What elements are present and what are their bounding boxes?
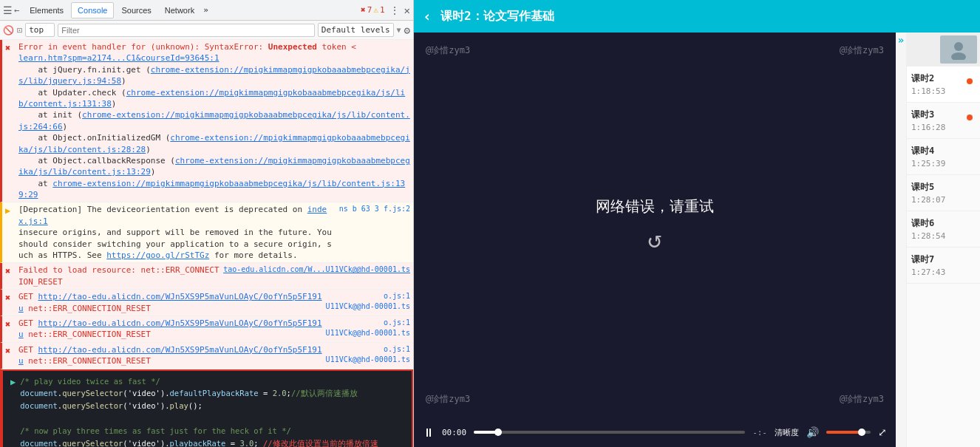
tab-sources[interactable]: Sources xyxy=(115,3,157,18)
tab-elements[interactable]: Elements xyxy=(24,3,69,18)
error-count: 7 xyxy=(367,5,372,15)
lesson-item-4[interactable]: 课时4 1:25:39 xyxy=(907,139,980,175)
lesson-item-3[interactable]: 课时3 1:16:28 xyxy=(907,103,980,139)
lesson-item-6[interactable]: 课时6 1:28:54 xyxy=(907,211,980,248)
clear-console-icon[interactable]: 🚫 xyxy=(3,25,14,35)
error-content-3: GET http://tao-edu.alicdn.com/WJn5XS9P5m… xyxy=(18,291,323,314)
time-current: 00:00 xyxy=(442,428,466,437)
video-area: @珍惜zym3 @珍惜zym3 @珍惜zym3 @珍惜zym3 网络错误，请重试… xyxy=(414,33,896,447)
code-expand-icon[interactable]: ▶ xyxy=(10,377,16,387)
error-source-5: o.js:1 U11VCk@@hd-00001.ts xyxy=(326,344,410,365)
error-message: 网络错误，请重试 xyxy=(596,197,714,216)
console-target-selector[interactable]: top xyxy=(25,23,55,37)
lesson-item-2[interactable]: 课时2 1:18:53 xyxy=(907,66,980,103)
more-tabs-icon[interactable]: » xyxy=(203,5,208,15)
error-source-3: o.js:1 U11VCk@@hd-00001.ts xyxy=(326,291,410,312)
lesson-3-name: 课时3 xyxy=(911,109,934,120)
levels-dropdown-icon[interactable]: ▼ xyxy=(397,26,401,34)
progress-fill xyxy=(474,431,496,434)
lesson-4-name: 课时4 xyxy=(911,145,976,157)
console-filter-bar: 🚫 ⊡ top Default levels ▼ ⚙ xyxy=(0,21,413,40)
lesson-list-header xyxy=(907,33,980,66)
lesson-item-5[interactable]: 课时5 1:28:07 xyxy=(907,175,980,211)
video-content: @珍惜zym3 @珍惜zym3 @珍惜zym3 @珍惜zym3 网络错误，请重试… xyxy=(414,33,980,447)
lesson-2-name: 课时2 xyxy=(911,73,934,83)
error-content-4: GET http://tao-edu.alicdn.com/WJn5XS9P5m… xyxy=(18,318,323,341)
content-link[interactable]: chrome-extension://mpigkimmapmgigpkobaaa… xyxy=(18,179,405,199)
console-settings-icon[interactable]: ⚙ xyxy=(404,24,410,36)
devtools-more-options-icon[interactable]: ⋮ xyxy=(389,4,400,16)
devtools-toolbar: ☰ ← Elements Console Sources Network » ✖… xyxy=(0,0,413,21)
time-separator: -:- xyxy=(752,428,767,437)
retry-button[interactable]: ↺ xyxy=(647,225,661,253)
lesson-list[interactable]: 课时2 1:18:53 课时3 1:16:28 课时4 1:25:39 xyxy=(906,33,980,447)
learn-link[interactable]: learn.htm?spm=a2174...C1&courseId=93645:… xyxy=(18,53,220,63)
warn-icon: ⚠ xyxy=(373,5,378,15)
console-filter-input[interactable] xyxy=(58,24,315,37)
log-levels-dropdown[interactable]: Default levels xyxy=(318,23,394,37)
video-error-overlay: 网络错误，请重试 ↺ xyxy=(596,197,714,253)
lesson-item-7[interactable]: 课时7 1:27:43 xyxy=(907,248,980,284)
ts-link-1[interactable]: tao-edu.alicdn.com/W...U11VCk@@hd-00001.… xyxy=(223,265,410,273)
progress-bar[interactable] xyxy=(474,431,745,434)
page-title: 课时2：论文写作基础 xyxy=(440,9,554,24)
console-error-1: ✖ Error in event handler for (unknown): … xyxy=(0,40,413,202)
warn-expand-icon[interactable]: ▶ xyxy=(5,205,16,217)
quality-button[interactable]: 清晰度 xyxy=(775,427,799,438)
watermark-top-left: @珍惜zym3 xyxy=(426,44,470,57)
volume-icon[interactable]: 🔊 xyxy=(806,426,819,438)
volume-bar[interactable] xyxy=(826,431,871,434)
lesson-4-duration: 1:25:39 xyxy=(911,159,976,168)
lesson-2-duration: 1:18:53 xyxy=(911,86,976,96)
console-messages[interactable]: ✖ Error in event handler for (unknown): … xyxy=(0,40,413,447)
ojs-link-1[interactable]: o.js:1 xyxy=(384,292,410,300)
error-content-5: GET http://tao-edu.alicdn.com/WJn5XS9P5m… xyxy=(18,344,323,367)
lesson-3-dot xyxy=(967,115,973,120)
ts-link-3[interactable]: U11VCk@@hd-00001.ts xyxy=(326,329,410,337)
lesson-5-duration: 1:28:07 xyxy=(911,195,976,205)
console-error-5: ✖ GET http://tao-edu.alicdn.com/WJn5XS9P… xyxy=(0,343,413,369)
error-icon-1: ✖ xyxy=(5,42,16,55)
lesson-5-name: 课时5 xyxy=(911,181,976,194)
error-source-4: o.js:1 U11VCk@@hd-00001.ts xyxy=(326,318,410,338)
devtools-panel: ☰ ← Elements Console Sources Network » ✖… xyxy=(0,0,414,447)
watermark-bottom-left: @珍惜zym3 xyxy=(426,393,470,406)
play-pause-button[interactable]: ⏸ xyxy=(423,426,435,440)
ts-link-4[interactable]: U11VCk@@hd-00001.ts xyxy=(326,355,410,364)
devtools-menu-icon[interactable]: ☰ xyxy=(3,4,13,16)
video-controls: ⏸ 00:00 -:- 清晰度 🔊 ⤢ xyxy=(414,417,896,447)
toolbar-right: ✖ 7 ⚠ 1 ⋮ ✕ xyxy=(361,4,410,16)
fullscreen-button[interactable]: ⤢ xyxy=(878,426,887,438)
error-content-2: Failed to load resource: net::ERR_CONNEC… xyxy=(18,265,220,287)
error-badge: ✖ 7 ⚠ 1 xyxy=(361,5,385,15)
warn-count: 1 xyxy=(380,5,385,15)
lesson-7-duration: 1:27:43 xyxy=(911,267,976,277)
goo-link[interactable]: https://goo.gl/rStTGz xyxy=(106,250,209,260)
lesson-2-dot xyxy=(967,78,973,84)
devtools-back-icon[interactable]: ← xyxy=(14,5,19,16)
filter-toggle-icon[interactable]: ⊡ xyxy=(17,25,22,35)
error-icon-5: ✖ xyxy=(5,345,16,358)
devtools-close-icon[interactable]: ✕ xyxy=(404,4,410,16)
code-block: ▶ /* play video twice as fast */ documen… xyxy=(0,369,413,447)
ts-link-2[interactable]: U11VCk@@hd-00001.ts xyxy=(326,302,410,310)
expand-sidebar-button[interactable]: » xyxy=(898,34,904,46)
code-content: /* play video twice as fast */ document.… xyxy=(20,375,378,447)
ojs-link-2[interactable]: o.js:1 xyxy=(384,318,410,327)
lesson-3-duration: 1:16:28 xyxy=(911,123,976,132)
svg-point-0 xyxy=(954,42,963,51)
avatar-icon xyxy=(948,39,969,60)
tab-console[interactable]: Console xyxy=(71,2,114,18)
warning-content-1: [Deprecation] The deviceorientation even… xyxy=(18,204,336,261)
error-icon-2: ✖ xyxy=(5,265,16,278)
watermark-bottom-right: @珍惜zym3 xyxy=(840,393,884,406)
ojs-link-3[interactable]: o.js:1 xyxy=(384,345,410,353)
error-icon-3: ✖ xyxy=(5,292,16,304)
svg-point-1 xyxy=(951,52,966,60)
error-source-2: tao-edu.alicdn.com/W...U11VCk@@hd-00001.… xyxy=(223,265,410,275)
error-icon-4: ✖ xyxy=(5,318,16,331)
console-error-4: ✖ GET http://tao-edu.alicdn.com/WJn5XS9P… xyxy=(0,316,413,343)
tab-network[interactable]: Network xyxy=(159,3,200,18)
back-button[interactable]: ‹ xyxy=(423,7,432,25)
console-warning-1: ▶ [Deprecation] The deviceorientation ev… xyxy=(0,202,413,263)
